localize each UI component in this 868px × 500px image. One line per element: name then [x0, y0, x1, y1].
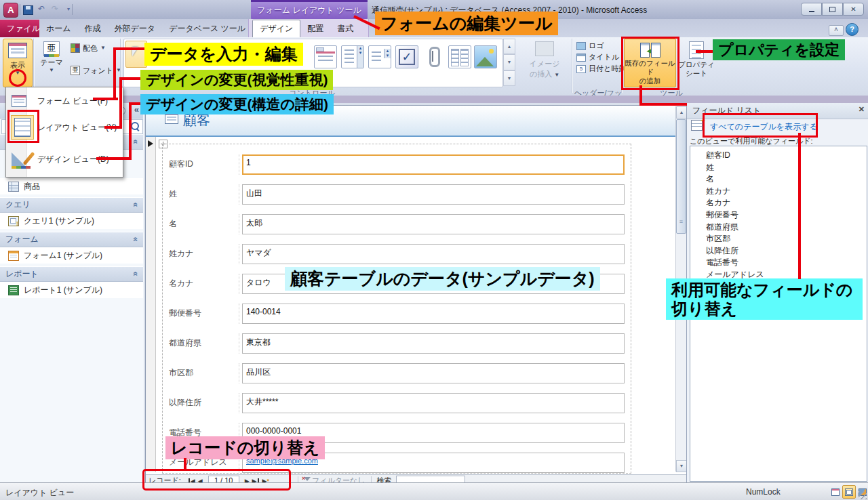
ribbon-tab[interactable]: ホーム — [39, 20, 78, 37]
field-value: 山田 — [246, 188, 262, 198]
tab-control-icon[interactable] — [314, 45, 337, 68]
field-list-item[interactable]: 以降住所 — [706, 245, 764, 257]
combo-box-icon[interactable]: ▲▼ — [368, 45, 391, 68]
field-label[interactable]: 名カナ — [169, 274, 239, 294]
fonts-icon: 亜 — [71, 66, 80, 75]
ribbon-tab[interactable]: 作成 — [78, 20, 108, 37]
close-icon[interactable]: ✕ — [859, 105, 865, 114]
access-app-icon[interactable]: A — [3, 3, 18, 18]
nav-object-label: レポート — [5, 268, 39, 280]
colors-button[interactable]: 配色 ▼ — [68, 41, 108, 56]
nav-object-label: フォーム1 (サンプル) — [24, 250, 102, 262]
field-label[interactable]: 姓 — [169, 184, 239, 205]
scroll-up-icon[interactable]: ▲ — [676, 106, 687, 119]
field-list-item[interactable]: 顧客ID — [706, 150, 764, 162]
status-bar: レイアウト ビュー NumLock — [0, 482, 868, 500]
nav-pane-row[interactable]: フォーム1 (サンプル) « — [0, 247, 143, 264]
attachment-icon[interactable] — [422, 45, 444, 67]
field-list-item[interactable]: 姓 — [706, 162, 764, 174]
restore-button[interactable] — [822, 3, 843, 16]
field-label[interactable]: 以降住所 — [169, 393, 239, 413]
collapse-chevron-icon[interactable]: « — [132, 272, 141, 276]
split-form-icon[interactable] — [448, 45, 471, 68]
nav-pane-row[interactable]: フォーム « — [0, 232, 143, 247]
field-textbox[interactable]: 太郎 — [242, 214, 625, 234]
minimize-ribbon-icon[interactable]: ˄ — [829, 25, 844, 36]
themes-button[interactable]: 亜 テーマ ▼ — [37, 39, 66, 86]
field-label[interactable]: 郵便番号 — [169, 304, 239, 324]
scroll-down-icon[interactable]: ▼ — [676, 460, 687, 472]
gallery-scroll-up-icon[interactable]: ▲ — [503, 39, 515, 54]
nav-object-icon — [8, 182, 19, 192]
view-menu-item[interactable]: フォーム ビュー(F) — [6, 91, 123, 110]
ribbon-tab[interactable]: ファイル — [0, 20, 39, 37]
form-field-row: 郵便番号 140-0014 — [169, 304, 625, 324]
field-list-item[interactable]: 郵便番号 — [706, 209, 764, 222]
ribbon-tab[interactable]: データベース ツール — [162, 20, 252, 37]
ribbon-tab[interactable]: 書式 — [330, 20, 360, 37]
help-icon[interactable]: ? — [846, 23, 859, 36]
ribbon-tab[interactable]: 配置 — [300, 20, 330, 37]
chevron-down-icon: ▼ — [100, 45, 106, 51]
field-textbox[interactable]: 140-0014 — [242, 304, 625, 324]
collapse-chevron-icon[interactable]: « — [132, 140, 141, 144]
form-view-button[interactable] — [829, 485, 842, 499]
datetime-button[interactable]: 5日付と時刻 — [576, 63, 626, 75]
layout-view-button[interactable] — [842, 485, 856, 499]
field-label[interactable]: 顧客ID — [169, 154, 239, 175]
shutter-close-icon[interactable]: « — [134, 104, 139, 114]
field-textbox[interactable]: 山田 — [242, 184, 625, 205]
image-control-icon[interactable] — [474, 45, 497, 68]
gallery-more-icon[interactable]: ▼ — [503, 70, 515, 86]
field-textbox[interactable]: 品川区 — [242, 363, 625, 383]
gallery-scroll-down-icon[interactable]: ▼ — [503, 54, 515, 70]
field-label[interactable]: 市区郡 — [169, 363, 239, 383]
save-icon[interactable] — [23, 5, 33, 15]
nav-pane-row[interactable]: レポート1 (サンプル) « — [0, 282, 143, 298]
nav-object-icon — [8, 285, 19, 295]
title-button[interactable]: タイトル — [576, 51, 626, 63]
scrollbar-thumb[interactable]: ≡ — [676, 119, 686, 234]
nav-object-label: クエリ1 (サンプル) — [24, 215, 94, 227]
record-selector[interactable] — [146, 137, 156, 472]
field-textbox[interactable]: ヤマダ — [242, 244, 625, 264]
field-label[interactable]: 都道府県 — [169, 333, 239, 354]
check-box-icon[interactable]: ✓ — [395, 45, 418, 68]
collapse-chevron-icon[interactable]: « — [132, 203, 141, 207]
resize-grip-icon[interactable] — [859, 491, 867, 499]
close-button[interactable]: ✕ — [843, 3, 864, 16]
qat-more-icon[interactable]: ▾ — [62, 4, 75, 15]
ribbon-tab[interactable]: デザイン — [252, 20, 300, 37]
field-list-item[interactable]: 電話番号 — [706, 257, 764, 269]
insert-image-button[interactable]: イメージ の挿入 ▼ — [521, 39, 568, 85]
field-list-item[interactable]: 市区郡 — [706, 233, 764, 245]
field-list-item[interactable]: 名 — [706, 173, 764, 186]
field-textbox[interactable]: 東京都 — [242, 333, 625, 354]
colors-icon — [71, 43, 80, 53]
list-box-icon[interactable]: ▲▼ — [341, 45, 364, 68]
property-sheet-button[interactable]: プロパティ シート — [678, 39, 715, 86]
field-label[interactable]: 姓カナ — [169, 244, 239, 264]
red-line-design-view-h — [129, 102, 140, 105]
nav-pane-row[interactable]: 商品 « — [0, 178, 143, 194]
redo-icon[interactable]: ↷ — [49, 4, 61, 15]
nav-items: 商品 « クエリ « クエリ1 (サンプル) « フォーム « — [0, 178, 143, 298]
field-list-item[interactable]: 都道府県 — [706, 222, 764, 234]
field-textbox[interactable]: 大井***** — [242, 393, 625, 413]
minimize-button[interactable] — [801, 3, 822, 16]
ribbon-tab[interactable]: 外部データ — [108, 20, 163, 37]
field-list-item[interactable]: 姓カナ — [706, 186, 764, 198]
undo-icon[interactable]: ↶ — [35, 4, 47, 15]
group-separator — [572, 39, 572, 93]
nav-object-icon — [8, 251, 19, 261]
nav-pane-row[interactable]: レポート « — [0, 266, 143, 282]
nav-pane-row[interactable]: クエリ « — [0, 197, 143, 213]
nav-pane-row[interactable]: クエリ1 (サンプル) « — [0, 213, 143, 229]
nav-object-label: クエリ — [5, 199, 31, 211]
collapse-chevron-icon[interactable]: « — [132, 237, 141, 242]
field-textbox[interactable]: 1 — [242, 154, 625, 175]
qat-separator — [20, 4, 20, 15]
field-list-item[interactable]: 名カナ — [706, 197, 764, 209]
field-label[interactable]: 名 — [169, 214, 239, 234]
logo-button[interactable]: ロゴ — [576, 40, 626, 51]
